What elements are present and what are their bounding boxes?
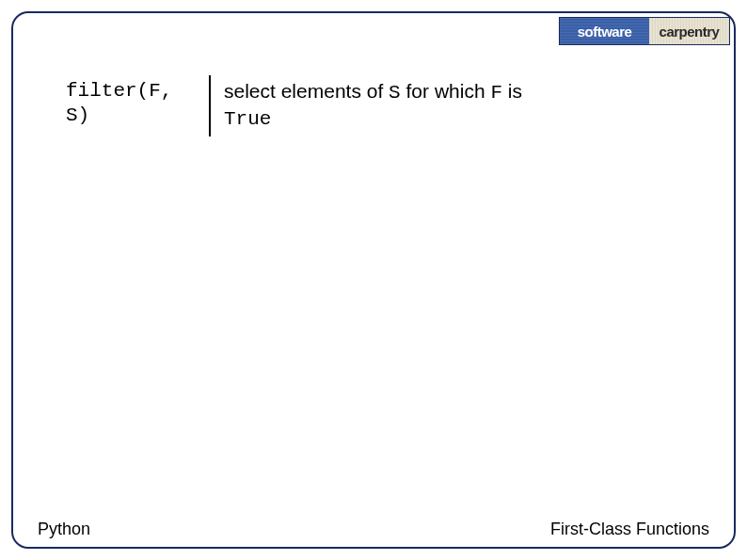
desc-mid: for which [401,80,491,102]
logo-left-word: software [560,18,649,44]
function-desc-cell: select elements of S for which F is True [209,75,619,136]
table-row: filter(F, S) select elements of S for wh… [66,75,619,136]
desc-suffix: is [502,80,522,102]
func-line1: filter(F, [66,80,172,102]
definition-table: filter(F, S) select elements of S for wh… [66,75,619,136]
function-name-cell: filter(F, S) [66,75,209,133]
desc-prefix: select elements of [224,80,389,102]
desc-code-s: S [389,82,401,104]
func-line2: S) [66,104,89,126]
footer-left: Python [38,520,90,539]
desc-line2: True [224,108,271,130]
software-carpentry-logo: software carpentry [559,17,730,45]
desc-code-f: F [490,82,502,104]
logo-right-word: carpentry [649,18,729,44]
footer-right: First-Class Functions [550,520,709,539]
